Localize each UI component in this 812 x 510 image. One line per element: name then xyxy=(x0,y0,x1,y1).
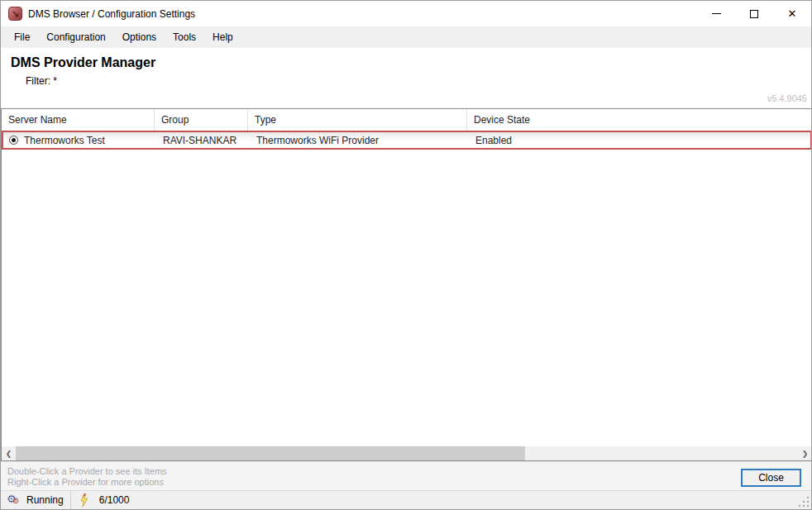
app-window: ↘ DMS Browser / Configuration Settings ✕… xyxy=(0,0,812,510)
gears-icon: ⚙⚙ xyxy=(7,493,21,507)
column-header-type[interactable]: Type xyxy=(248,109,467,131)
lightning-icon xyxy=(79,493,89,507)
horizontal-scrollbar: ❮ ❯ xyxy=(2,446,812,460)
minimize-icon xyxy=(712,13,721,14)
cell-group: RAVI-SHANKAR xyxy=(156,132,250,148)
close-icon: ✕ xyxy=(788,8,797,19)
menu-help[interactable]: Help xyxy=(204,28,241,46)
hint-area: Double-Click a Provider to see its Items… xyxy=(1,461,811,490)
menu-options[interactable]: Options xyxy=(114,28,165,46)
menu-bar: File Configuration Options Tools Help xyxy=(1,26,811,48)
menu-file[interactable]: File xyxy=(6,28,38,46)
scrollbar-track[interactable] xyxy=(525,446,798,460)
provider-row-thermoworks-test[interactable]: Thermoworks Test RAVI-SHANKAR Thermowork… xyxy=(2,131,812,150)
provider-list: Server Name Group Type Device State Ther… xyxy=(1,108,812,461)
hint-double-click: Double-Click a Provider to see its Items xyxy=(7,466,811,477)
radio-selected-icon[interactable] xyxy=(9,136,18,145)
cell-server-name: Thermoworks Test xyxy=(24,135,105,146)
window-title: DMS Browser / Configuration Settings xyxy=(28,8,195,20)
minimize-button[interactable] xyxy=(697,1,735,26)
page-header: DMS Provider Manager Filter: * v5.4.9045 xyxy=(1,48,811,108)
scroll-right-button[interactable]: ❯ xyxy=(798,446,812,460)
running-status-panel: ⚙⚙ Running xyxy=(1,491,71,509)
running-status-label: Running xyxy=(26,494,64,506)
cell-device-state: Enabled xyxy=(469,132,810,148)
table-header-row: Server Name Group Type Device State xyxy=(2,109,812,131)
column-header-server-name[interactable]: Server Name xyxy=(2,109,155,131)
status-bar: ⚙⚙ Running 6/1000 xyxy=(1,490,811,509)
cell-type: Thermoworks WiFi Provider xyxy=(250,132,469,148)
column-header-group[interactable]: Group xyxy=(155,109,248,131)
counter-label: 6/1000 xyxy=(99,494,130,506)
version-label: v5.4.9045 xyxy=(767,93,807,103)
app-icon: ↘ xyxy=(8,7,22,21)
page-title: DMS Provider Manager xyxy=(11,55,155,70)
maximize-icon xyxy=(750,10,758,18)
close-button[interactable]: Close xyxy=(741,469,801,487)
title-bar: ↘ DMS Browser / Configuration Settings ✕ xyxy=(1,1,811,26)
maximize-button[interactable] xyxy=(735,1,773,26)
menu-tools[interactable]: Tools xyxy=(165,28,204,46)
hint-right-click: Right-Click a Provider for more options xyxy=(7,477,811,488)
counter-panel: 6/1000 xyxy=(71,491,133,509)
column-header-device-state[interactable]: Device State xyxy=(467,109,812,131)
scroll-left-button[interactable]: ❮ xyxy=(2,446,16,460)
menu-configuration[interactable]: Configuration xyxy=(38,28,113,46)
scrollbar-thumb[interactable] xyxy=(16,446,525,460)
close-window-button[interactable]: ✕ xyxy=(773,1,811,26)
resize-grip-icon[interactable] xyxy=(798,496,809,507)
filter-label: Filter: * xyxy=(26,75,57,87)
